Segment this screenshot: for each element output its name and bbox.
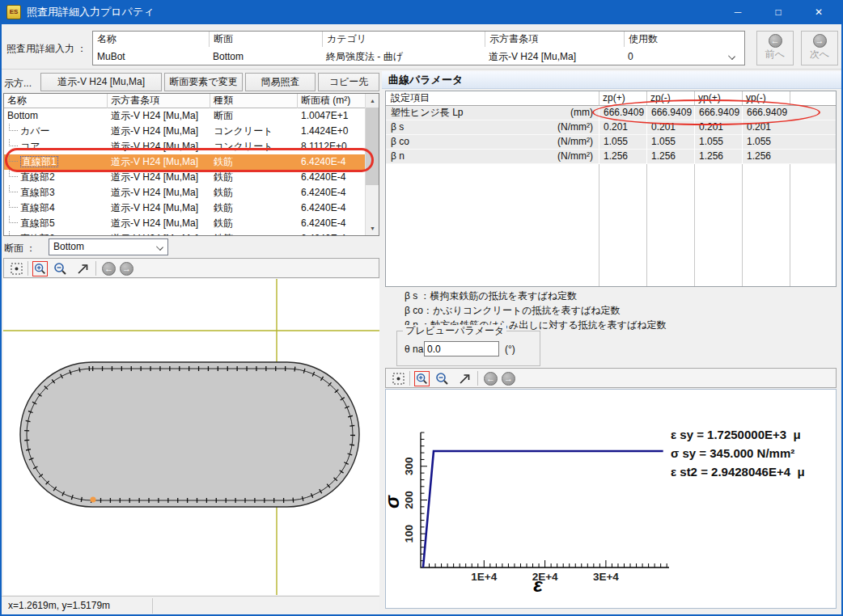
view-back-icon[interactable]: ← [484,372,498,386]
col-spec: 示方書条項 [485,32,624,47]
row-kind: 鉄筋 [210,216,298,231]
param-row-4[interactable]: β n(N/mm²)1.2561.2561.2561.256 [386,150,836,164]
col-name: 名称 [93,32,209,47]
param-value: 1.256 [694,150,742,164]
scroll-down-icon[interactable]: ▼ [366,222,379,235]
view-forward-icon[interactable]: → [502,372,515,386]
pan-arrow-icon[interactable] [75,261,91,276]
svg-text:3E+4: 3E+4 [593,571,619,583]
param-row-3[interactable]: β co(N/mm²)1.0551.0551.0551.055 [386,135,836,150]
param-value: 1.055 [694,135,742,150]
param-label: 塑性ヒンジ長 Lp [391,106,464,120]
chevron-down-icon [156,243,163,251]
prev-button[interactable]: ← 前へ [756,31,794,65]
highlight-ellipse-annotation [592,99,820,125]
theta-na-input[interactable] [424,341,499,357]
row-area: 1.0047E+1 [298,108,365,124]
row-name: 直線部6 [20,233,55,236]
row-name: 直線部3 [20,187,55,198]
list-row-直線部5[interactable]: 直線部5道示-V H24 [Mu,Ma]鉄筋6.4240E-4 [4,216,365,231]
spec-button[interactable]: 道示-V H24 [Mu,Ma] [40,73,162,91]
row-spec: 道示-V H24 [Mu,Ma] [108,108,210,124]
window-title: 照査用詳細入力プロパティ [27,0,155,24]
next-button[interactable]: → 次へ [801,31,838,65]
list-row-直線部3[interactable]: 直線部3道示-V H24 [Mu,Ma]鉄筋6.4240E-4 [4,185,365,200]
list-row-Bottom[interactable]: Bottom道示-V H24 [Mu,Ma]断面1.0047E+1 [4,108,365,124]
preview-parameter-legend: プレビューパラメータ [403,325,506,336]
simple-check-button[interactable]: 簡易照査 [245,73,316,91]
svg-text:100: 100 [403,525,415,543]
tree-connector-icon [9,231,18,236]
detail-input-combo[interactable]: 名称 断面 カテゴリ 示方書条項 使用数 MuBot Bottom 終局強度法 … [92,31,745,65]
list-row-直線部4[interactable]: 直線部4道示-V H24 [Mu,Ma]鉄筋6.4240E-4 [4,200,365,216]
change-by-element-button[interactable]: 断面要素で変更 [164,73,243,91]
preview-parameter-group: プレビューパラメータ θ na (°) [396,331,540,366]
minimize-icon[interactable]: ─ [718,0,757,24]
list-row-直線部6[interactable]: 直線部6道示-V H24 [Mu,Ma]鉄筋6.4240E-4 [4,231,365,236]
fit-view-icon[interactable] [9,261,24,276]
param-label: β co [391,135,409,149]
tab-spec-truncated[interactable]: 示方... [4,77,32,91]
chart-annotation-1: ε sy = 1.7250000E+3 μ [671,425,805,444]
zoom-out-icon[interactable] [53,261,68,276]
theta-na-label: θ na [405,344,423,355]
row-name: 直線部4 [20,202,55,213]
view-back-icon[interactable]: ← [102,262,116,276]
stress-strain-chart-panel[interactable]: 1E+42E+43E+4100200300σε ε sy = 1.7250000… [385,389,837,609]
zoom-out-icon[interactable] [434,371,450,386]
row-name: 直線部5 [20,217,55,229]
detail-input-label: 照査用詳細入力 ： [6,42,87,56]
pan-arrow-icon[interactable] [457,371,472,386]
list-header: 名称 示方書条項 種類 断面積 (m²) [4,94,365,108]
chevron-down-icon[interactable] [728,53,735,60]
param-value: 1.055 [599,135,646,150]
row-name: Bottom [7,110,38,121]
row-area: 6.4240E-4 [298,231,365,236]
row-spec: 道示-V H24 [Mu,Ma] [108,231,210,236]
title-bar: ES 照査用詳細入力プロパティ ─ □ ✕ [0,0,843,24]
copy-to-button[interactable]: コピー先 [318,73,379,91]
zoom-in-icon[interactable] [32,261,48,276]
row-kind: 鉄筋 [210,231,298,236]
row-kind: 鉄筋 [210,200,298,216]
tree-connector-icon [9,185,18,192]
list-header-name: 名称 [4,94,108,108]
view-forward-icon[interactable]: → [120,262,133,276]
section-canvas[interactable] [3,279,379,595]
param-unit: (N/mm²) [557,150,593,163]
close-icon[interactable]: ✕ [799,0,838,24]
zoom-in-icon[interactable] [414,371,430,386]
scrollbar-thumb[interactable] [366,108,379,185]
svg-text:σ: σ [386,495,403,508]
scroll-up-icon[interactable]: ▲ [366,94,379,108]
maximize-icon[interactable]: □ [759,0,798,24]
divider [2,69,841,70]
param-value: 1.256 [646,150,694,164]
list-row-カバー[interactable]: カバー道示-V H24 [Mu,Ma]コンクリート1.4424E+0 [4,124,365,139]
col-category: カテゴリ [322,32,485,47]
row-area: 6.4240E-4 [298,185,365,200]
list-header-spec: 示方書条項 [108,94,210,108]
stress-strain-chart: 1E+42E+43E+4100200300σε [386,390,836,608]
param-unit: (N/mm²) [557,120,593,134]
chart-annotation-3: ε st2 = 2.9428046E+4 μ [671,462,805,481]
row-kind: 断面 [210,108,298,124]
row-name: カバー [20,125,50,137]
section-combo-value: Bottom [53,241,84,252]
section-combo[interactable]: Bottom [49,238,168,255]
value-usecount: 0 [624,48,721,65]
row-spec: 道示-V H24 [Mu,Ma] [108,124,210,139]
col-section: 断面 [209,32,322,47]
row-area: 1.4424E+0 [298,124,365,139]
row-area: 6.4240E-4 [298,216,365,231]
tree-connector-icon [9,216,18,223]
row-area: 6.4240E-4 [298,200,365,216]
col-usecount: 使用数 [624,32,746,47]
param-label: β s [391,120,404,134]
row-kind: コンクリート [210,124,298,139]
row-kind: 鉄筋 [210,185,298,200]
svg-text:300: 300 [403,458,415,476]
fit-view-icon[interactable] [391,371,406,386]
param-unit: (mm) [570,106,593,120]
value-section: Bottom [209,48,322,65]
